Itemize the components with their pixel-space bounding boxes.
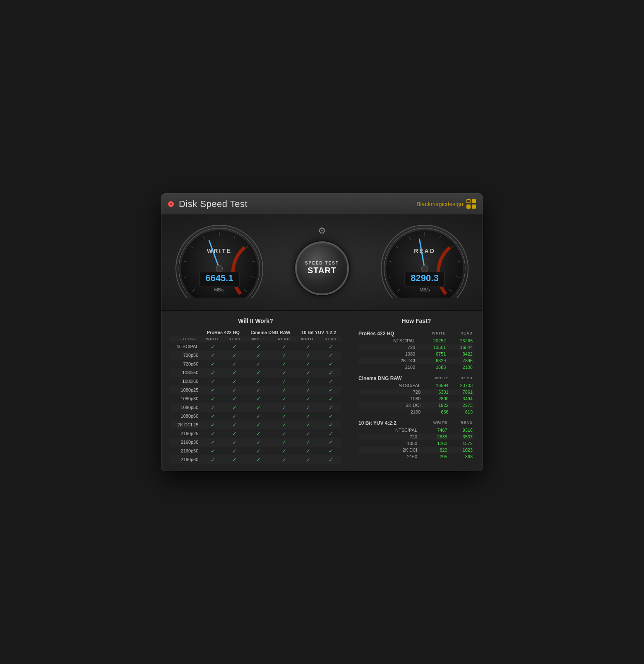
hf-write-value: 6301	[424, 389, 450, 395]
hf-write-value: 20252	[418, 337, 447, 344]
hf-write-value: 295	[421, 453, 449, 460]
hf-read-value: 3494	[450, 395, 474, 402]
wiw-check: ✓	[296, 395, 320, 403]
hf-write-value: 1688	[418, 364, 447, 370]
hf-read-value: 1023	[449, 447, 474, 453]
hf-section-name: 10 Bit YUV 4:2:2	[358, 419, 421, 427]
wiw-check: ✓	[245, 455, 272, 464]
hf-read-value: 2273	[450, 402, 474, 409]
start-label-top: SPEED TEST	[305, 261, 339, 266]
wiw-check: ✓	[296, 351, 320, 360]
hf-read-header: READ	[449, 419, 474, 427]
hf-read-value: 25266	[447, 337, 474, 344]
wiw-check: ✓	[296, 377, 320, 386]
wiw-check: ✓	[202, 368, 224, 377]
wiw-row: 1080p60✓✓✓✓✓✓	[170, 412, 341, 421]
wiw-check: ✓	[320, 421, 341, 429]
wiw-row-label: 2160p30	[170, 438, 202, 447]
hf-row-label: 720	[358, 344, 418, 351]
hf-row-label: NTSC/PAL	[358, 337, 418, 344]
wiw-check: ✓	[202, 360, 224, 368]
hf-write-value: 7467	[421, 427, 449, 433]
wiw-row: 2K DCI 25✓✓✓✓✓✓	[170, 421, 341, 429]
wiw-check: ✓	[224, 412, 245, 421]
hf-read-value: 8422	[447, 351, 474, 357]
wiw-check: ✓	[224, 395, 245, 403]
hf-write-value: 6751	[418, 351, 447, 357]
wiw-check: ✓	[202, 447, 224, 455]
wiw-check: ✓	[245, 360, 272, 368]
hf-write-header: WRITE	[418, 329, 447, 337]
hf-write-value: 1260	[421, 440, 449, 447]
app-window: ✕ Disk Speed Test Blackmagicdesign	[161, 193, 483, 471]
hf-row: 72028353537	[358, 433, 474, 440]
wiw-check: ✓	[296, 403, 320, 412]
wiw-check: ✓	[272, 455, 296, 464]
hf-write-value: 2800	[424, 395, 450, 402]
hf-row-label: NTSC/PAL	[358, 427, 421, 433]
will-it-work-panel: Will It Work? ProRes 422 HQ Cinema DNG R…	[161, 311, 350, 471]
wiw-row-label: 1080p30	[170, 395, 202, 403]
wiw-check: ✓	[202, 429, 224, 438]
hf-write-value: 2835	[421, 433, 449, 440]
hf-group-header-row: Cinema DNG RAWWRITEREAD	[358, 374, 474, 382]
wiw-row-label: 2K DCI 25	[170, 421, 202, 429]
wiw-check: ✓	[224, 403, 245, 412]
wiw-check: ✓	[272, 342, 296, 351]
wiw-check: ✓	[320, 403, 341, 412]
hf-write-value: 820	[421, 447, 449, 453]
read-gauge-svg: READ 8290.3 MB/s	[379, 223, 470, 298]
wiw-check: ✓	[320, 447, 341, 455]
hf-row-label: 720	[358, 389, 424, 395]
wiw-check: ✓	[224, 377, 245, 386]
wiw-check: ✓	[245, 429, 272, 438]
wiw-check: ✓	[202, 351, 224, 360]
write-gauge-svg: WRITE 6645.1 MB/s	[174, 223, 265, 298]
wiw-check: ✓	[224, 421, 245, 429]
wiw-check: ✓	[202, 438, 224, 447]
wiw-row: 2160p30✓✓✓✓✓✓	[170, 438, 341, 447]
wiw-check: ✓	[272, 368, 296, 377]
brand-dot-2	[472, 199, 476, 203]
brand-dot-4	[472, 204, 476, 209]
data-section: Will It Work? ProRes 422 HQ Cinema DNG R…	[161, 311, 483, 471]
wiw-check: ✓	[320, 386, 341, 395]
wiw-check: ✓	[272, 438, 296, 447]
hf-row-label: 720	[358, 433, 421, 440]
wiw-row: 2160p50✓✓✓✓✓✓	[170, 447, 341, 455]
wiw-check: ✓	[245, 438, 272, 447]
hf-row-label: 2160	[358, 364, 418, 370]
hf-read-value: 7861	[450, 389, 474, 395]
how-fast-content: ProRes 422 HQWRITEREADNTSC/PAL2025225266…	[358, 329, 474, 460]
hf-table: 10 Bit YUV 4:2:2WRITEREADNTSC/PAL7467931…	[358, 419, 474, 460]
will-it-work-table: ProRes 422 HQ Cinema DNG RAW 10 Bit YUV …	[170, 329, 341, 464]
wiw-row: NTSC/PAL✓✓✓✓✓✓	[170, 342, 341, 351]
wiw-row: 1080i50✓✓✓✓✓✓	[170, 368, 341, 377]
start-button[interactable]: SPEED TEST START	[295, 241, 349, 295]
hf-group-header-row: ProRes 422 HQWRITEREAD	[358, 329, 474, 337]
wiw-check: ✓	[202, 395, 224, 403]
hf-read-value: 1572	[449, 440, 474, 447]
wiw-check: ✓	[296, 438, 320, 447]
wiw-row-label: 720p60	[170, 360, 202, 368]
wiw-row-label: 1080p60	[170, 412, 202, 421]
hf-row: 2K DCI8201023	[358, 447, 474, 453]
close-button[interactable]: ✕	[168, 201, 174, 207]
wiw-row: 720p50✓✓✓✓✓✓	[170, 351, 341, 360]
brand-name: Blackmagicdesign	[416, 201, 463, 207]
wiw-check: ✓	[245, 403, 272, 412]
wiw-row-label: NTSC/PAL	[170, 342, 202, 351]
hf-read-value: 7896	[447, 357, 474, 364]
title-bar: ✕ Disk Speed Test Blackmagicdesign	[161, 194, 483, 215]
how-fast-panel: How Fast? ProRes 422 HQWRITEREADNTSC/PAL…	[350, 311, 483, 471]
hf-row: 2160295368	[358, 453, 474, 460]
wiw-check: ✓	[296, 455, 320, 464]
settings-icon[interactable]: ⚙	[318, 226, 326, 236]
wiw-row-label: 2160p50	[170, 447, 202, 455]
hf-row-label: 1080	[358, 440, 421, 447]
wiw-row-label: 1080i60	[170, 377, 202, 386]
svg-text:READ: READ	[414, 248, 435, 254]
hf-row: 108028003494	[358, 395, 474, 402]
wiw-check: ✓	[245, 377, 272, 386]
wiw-check: ✓	[272, 395, 296, 403]
